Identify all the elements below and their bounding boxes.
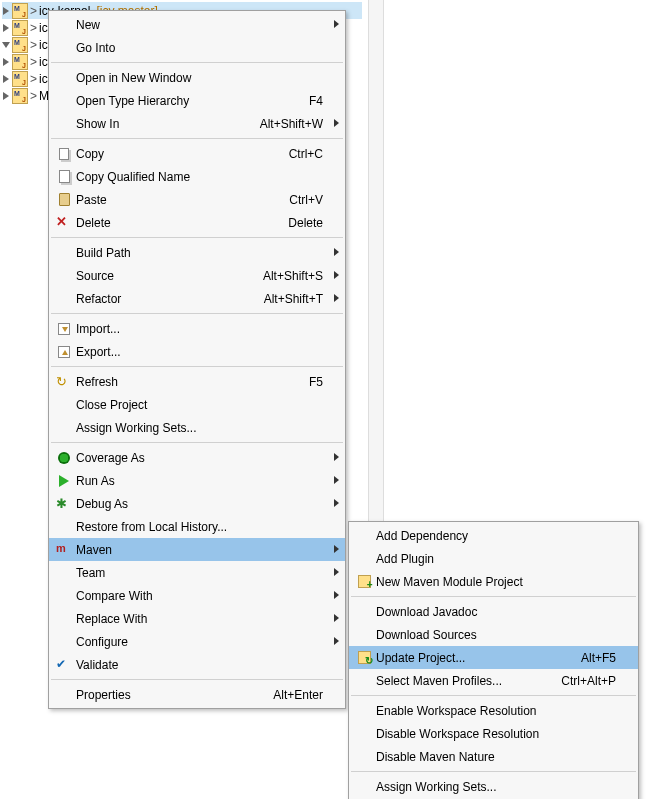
menu-item-new-maven-module-project[interactable]: New Maven Module Project — [349, 570, 638, 593]
menu-item-update-project[interactable]: Update Project...Alt+F5 — [349, 646, 638, 669]
menu-item-label: Compare With — [76, 589, 323, 603]
menu-item-open-type-hierarchy[interactable]: Open Type HierarchyF4 — [49, 89, 345, 112]
export-icon — [52, 344, 76, 360]
submenu-arrow-icon — [334, 248, 339, 258]
menu-item-assign-working-sets[interactable]: Assign Working Sets... — [49, 416, 345, 439]
tree-item-label: ic — [39, 72, 48, 86]
submenu-arrow-icon — [334, 637, 339, 647]
menu-item-assign-working-sets[interactable]: Assign Working Sets... — [349, 775, 638, 798]
menu-item-label: Refresh — [76, 375, 301, 389]
expand-icon[interactable] — [2, 75, 10, 83]
svg-marker-5 — [3, 92, 9, 100]
menu-item-download-sources[interactable]: Download Sources — [349, 623, 638, 646]
menu-item-source[interactable]: SourceAlt+Shift+S — [49, 264, 345, 287]
menu-item-shortcut: F5 — [309, 375, 323, 389]
menu-item-compare-with[interactable]: Compare With — [49, 584, 345, 607]
menu-item-label: Select Maven Profiles... — [376, 674, 553, 688]
expand-icon[interactable] — [2, 92, 10, 100]
menu-separator — [51, 313, 343, 314]
tree-item-label: ic — [39, 21, 48, 35]
expand-icon[interactable] — [2, 7, 10, 15]
blank-icon — [352, 726, 376, 742]
context-menu[interactable]: NewGo IntoOpen in New WindowOpen Type Hi… — [48, 10, 346, 709]
menu-item-label: Run As — [76, 474, 323, 488]
svg-marker-2 — [2, 42, 10, 48]
menu-item-shortcut: Delete — [288, 216, 323, 230]
blank-icon — [352, 749, 376, 765]
submenu-arrow-icon — [334, 499, 339, 509]
submenu-arrow-icon — [334, 271, 339, 281]
menu-separator — [351, 695, 636, 696]
menu-item-label: New Maven Module Project — [376, 575, 616, 589]
menu-item-maven[interactable]: mMaven — [49, 538, 345, 561]
maven-submenu[interactable]: Add DependencyAdd PluginNew Maven Module… — [348, 521, 639, 799]
decorator: > — [30, 38, 37, 52]
menu-item-shortcut: Ctrl+Alt+P — [561, 674, 616, 688]
menu-item-label: Open Type Hierarchy — [76, 94, 301, 108]
menu-item-enable-workspace-resolution[interactable]: Enable Workspace Resolution — [349, 699, 638, 722]
menu-item-configure[interactable]: Configure — [49, 630, 345, 653]
menu-separator — [351, 596, 636, 597]
menu-item-label: Show In — [76, 117, 252, 131]
maven-java-project-icon: M — [12, 88, 28, 104]
menu-item-label: Import... — [76, 322, 323, 336]
menu-item-show-in[interactable]: Show InAlt+Shift+W — [49, 112, 345, 135]
blank-icon — [52, 93, 76, 109]
menu-item-label: Restore from Local History... — [76, 520, 323, 534]
submenu-arrow-icon — [334, 568, 339, 578]
menu-item-add-dependency[interactable]: Add Dependency — [349, 524, 638, 547]
menu-item-paste[interactable]: PasteCtrl+V — [49, 188, 345, 211]
submenu-arrow-icon — [334, 591, 339, 601]
menu-item-label: Enable Workspace Resolution — [376, 704, 616, 718]
expand-icon[interactable] — [2, 24, 10, 32]
refresh-icon: ↻ — [52, 374, 76, 390]
menu-item-export[interactable]: Export... — [49, 340, 345, 363]
menu-item-open-in-new-window[interactable]: Open in New Window — [49, 66, 345, 89]
delete-icon: ✕ — [52, 215, 76, 231]
menu-item-validate[interactable]: ✔Validate — [49, 653, 345, 676]
menu-item-add-plugin[interactable]: Add Plugin — [349, 547, 638, 570]
menu-item-disable-workspace-resolution[interactable]: Disable Workspace Resolution — [349, 722, 638, 745]
menu-item-label: Team — [76, 566, 323, 580]
menu-item-new[interactable]: New — [49, 13, 345, 36]
import-icon — [52, 321, 76, 337]
menu-item-debug-as[interactable]: ✱Debug As — [49, 492, 345, 515]
menu-item-run-as[interactable]: Run As — [49, 469, 345, 492]
submenu-arrow-icon — [334, 614, 339, 624]
submenu-arrow-icon — [334, 476, 339, 486]
blank-icon — [52, 565, 76, 581]
menu-item-download-javadoc[interactable]: Download Javadoc — [349, 600, 638, 623]
menu-item-label: Add Plugin — [376, 552, 616, 566]
menu-separator — [351, 771, 636, 772]
menu-separator — [51, 138, 343, 139]
menu-item-go-into[interactable]: Go Into — [49, 36, 345, 59]
svg-marker-3 — [3, 58, 9, 66]
menu-item-refresh[interactable]: ↻RefreshF5 — [49, 370, 345, 393]
menu-item-replace-with[interactable]: Replace With — [49, 607, 345, 630]
menu-item-import[interactable]: Import... — [49, 317, 345, 340]
menu-item-label: Export... — [76, 345, 323, 359]
menu-separator — [51, 62, 343, 63]
menu-item-properties[interactable]: PropertiesAlt+Enter — [49, 683, 345, 706]
menu-item-close-project[interactable]: Close Project — [49, 393, 345, 416]
menu-item-build-path[interactable]: Build Path — [49, 241, 345, 264]
menu-item-restore-from-local-history[interactable]: Restore from Local History... — [49, 515, 345, 538]
menu-item-disable-maven-nature[interactable]: Disable Maven Nature — [349, 745, 638, 768]
blank-icon — [52, 70, 76, 86]
menu-item-label: Download Javadoc — [376, 605, 616, 619]
menu-item-copy-qualified-name[interactable]: Copy Qualified Name — [49, 165, 345, 188]
menu-item-select-maven-profiles[interactable]: Select Maven Profiles...Ctrl+Alt+P — [349, 669, 638, 692]
blank-icon — [52, 611, 76, 627]
expand-icon[interactable] — [2, 58, 10, 66]
menu-item-coverage-as[interactable]: Coverage As — [49, 446, 345, 469]
menu-item-label: Source — [76, 269, 255, 283]
menu-item-refactor[interactable]: RefactorAlt+Shift+T — [49, 287, 345, 310]
menu-item-label: Coverage As — [76, 451, 323, 465]
menu-item-label: Delete — [76, 216, 280, 230]
menu-item-shortcut: Alt+Enter — [273, 688, 323, 702]
menu-item-team[interactable]: Team — [49, 561, 345, 584]
menu-item-delete[interactable]: ✕DeleteDelete — [49, 211, 345, 234]
menu-item-copy[interactable]: CopyCtrl+C — [49, 142, 345, 165]
collapse-icon[interactable] — [2, 41, 10, 49]
blank-icon — [52, 687, 76, 703]
